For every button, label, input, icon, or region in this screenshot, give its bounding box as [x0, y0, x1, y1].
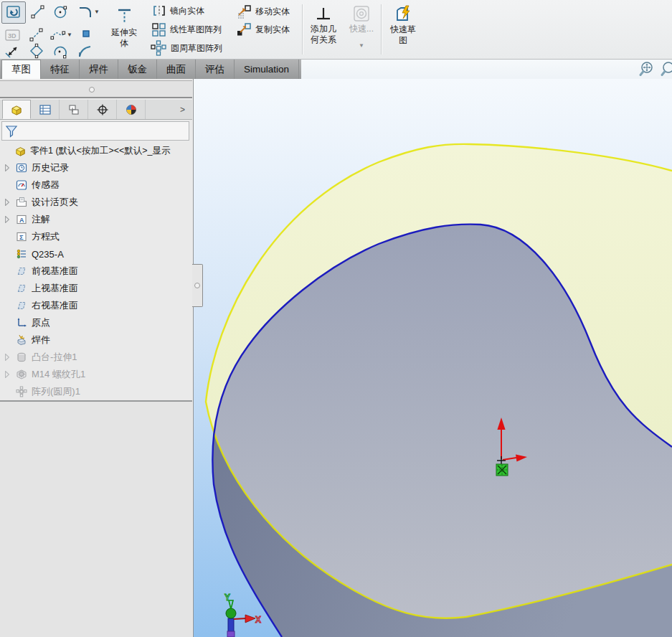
- polygon-tool-button[interactable]: [26, 42, 47, 60]
- tree-item-annotations[interactable]: A 注解: [0, 211, 192, 228]
- model-view: Y X: [194, 79, 672, 637]
- tab-features[interactable]: 特征: [41, 60, 80, 79]
- panel-top-splitter[interactable]: [0, 80, 192, 98]
- tab-evaluate[interactable]: 评估: [196, 60, 235, 79]
- boss-extrude-icon: [14, 351, 29, 363]
- svg-text:3D: 3D: [8, 32, 16, 39]
- tabbar-right-area: [301, 60, 672, 79]
- tree-item-sensors[interactable]: 传感器: [0, 176, 192, 194]
- trim-entities-button[interactable]: [2, 42, 24, 60]
- tree-item-circular-pattern[interactable]: 阵列(圆周)1: [0, 383, 192, 400]
- expand-arrow-icon[interactable]: [0, 371, 14, 378]
- tree-item-material[interactable]: Q235-A: [0, 245, 192, 263]
- panel-expand-chevron-icon[interactable]: >: [180, 105, 185, 115]
- copy-entities-label: 复制实体: [255, 24, 290, 36]
- extend-entities-label: 延伸实体: [108, 27, 140, 49]
- tab-dimxpert-manager[interactable]: [88, 100, 117, 119]
- mirror-entities-button[interactable]: 镜向实体: [152, 4, 204, 17]
- quick-snaps-icon: [351, 5, 372, 24]
- tree-root-item[interactable]: 零件1 (默认<按加工><<默认>_显示: [0, 142, 192, 159]
- 3d-sketch-icon: 3D: [4, 28, 22, 42]
- tree-item-weldment[interactable]: 焊件: [0, 331, 192, 349]
- tab-simulation[interactable]: Simulation: [235, 60, 299, 79]
- add-relation-label: 添加几何关系: [308, 24, 339, 45]
- tab-sketch[interactable]: 草图: [1, 60, 41, 79]
- expand-arrow-icon[interactable]: [0, 164, 14, 171]
- tab-feature-manager[interactable]: [2, 100, 31, 119]
- polygon-icon: [28, 43, 45, 59]
- selected-origin-point[interactable]: [496, 464, 508, 476]
- circular-sketch-pattern-icon: [150, 40, 167, 56]
- tree-item-right-plane[interactable]: 右视基准面: [0, 297, 192, 314]
- quick-snaps-button[interactable]: 快速... ▼: [344, 2, 379, 57]
- dimxpert-icon: [96, 104, 109, 115]
- expand-arrow-icon[interactable]: [0, 216, 14, 223]
- tab-configuration-manager[interactable]: [60, 100, 88, 119]
- fillet-tool-button[interactable]: [75, 42, 96, 60]
- solidworks-window: ▼ 3D ▼: [0, 0, 672, 637]
- equations-icon: Σ: [14, 231, 29, 242]
- annotations-icon: A: [14, 214, 29, 225]
- tab-display-manager[interactable]: [117, 100, 146, 119]
- property-manager-icon: [39, 104, 52, 115]
- copy-entities-icon: [236, 22, 252, 37]
- graphics-viewport[interactable]: Y X: [194, 79, 672, 637]
- extend-entities-icon: [113, 6, 135, 27]
- circular-sketch-pattern-button[interactable]: 圆周草图阵列: [150, 40, 222, 56]
- linear-sketch-pattern-button[interactable]: 线性草图阵列: [151, 22, 222, 37]
- corner-rectangle-tool-button[interactable]: ▼: [75, 3, 102, 22]
- fillet-icon: [77, 43, 94, 59]
- panel-empty-area: [0, 400, 192, 637]
- sensors-icon: [14, 179, 29, 191]
- tab-property-manager[interactable]: [31, 100, 60, 119]
- tree-item-thread-hole[interactable]: M14 螺纹孔1: [0, 366, 192, 383]
- tab-surfaces[interactable]: 曲面: [157, 60, 196, 79]
- expand-arrow-icon[interactable]: [0, 199, 14, 206]
- tree-item-history[interactable]: 历史记录: [0, 159, 192, 176]
- tree-item-boss-extrude[interactable]: 凸台-拉伸1: [0, 349, 192, 366]
- part-icon: [14, 146, 27, 156]
- tree-item-equations[interactable]: Σ 方程式: [0, 228, 192, 245]
- corner-arc-icon: [77, 4, 94, 20]
- centerpoint-arc-tool-button[interactable]: [49, 42, 70, 60]
- sketch-exit-button[interactable]: [1, 1, 26, 24]
- zoom-to-area-icon[interactable]: [662, 62, 672, 75]
- origin-icon: [14, 317, 29, 329]
- centerline-icon: [28, 27, 45, 43]
- copy-entities-button[interactable]: 复制实体: [236, 22, 290, 37]
- tree-item-origin[interactable]: 原点: [0, 314, 192, 331]
- extend-entities-button[interactable]: 延伸实体: [106, 2, 142, 57]
- tree-filter-input[interactable]: [1, 121, 189, 141]
- point-tool-button[interactable]: [79, 27, 93, 40]
- plane-icon: [14, 300, 29, 311]
- add-relation-button[interactable]: 添加几何关系: [305, 2, 342, 57]
- zoom-to-fit-icon[interactable]: [640, 62, 652, 75]
- svg-text:A: A: [19, 217, 24, 224]
- tab-sheet-metal[interactable]: 钣金: [118, 60, 157, 79]
- quick-snaps-caret-icon[interactable]: ▼: [359, 43, 364, 49]
- tree-item-top-plane[interactable]: 上视基准面: [0, 280, 192, 297]
- tab-weldments[interactable]: 焊件: [80, 60, 118, 79]
- linear-sketch-pattern-label: 线性草图阵列: [170, 24, 222, 36]
- circle-tool-button[interactable]: [50, 3, 72, 22]
- command-manager-toolbar: ▼ 3D ▼: [0, 0, 672, 60]
- move-entities-label: 移动实体: [255, 6, 290, 18]
- panel-splitter-handle[interactable]: [192, 264, 203, 307]
- splitter-grip-icon[interactable]: [89, 87, 95, 93]
- plane-icon: [14, 265, 29, 277]
- line-tool-button[interactable]: [27, 3, 49, 22]
- feature-manager-panel: > 零件1 (默认<按加工><<默认>_显示 历史记录: [0, 79, 194, 637]
- tree-item-design-binder[interactable]: 设计活页夹: [0, 194, 192, 211]
- line-icon: [29, 4, 47, 20]
- point-icon: [81, 29, 91, 39]
- move-entities-button[interactable]: 移动实体: [236, 4, 290, 19]
- dropdown-caret-icon[interactable]: ▼: [94, 9, 100, 15]
- display-manager-icon: [125, 104, 138, 115]
- panel-tab-strip: >: [0, 100, 192, 120]
- rapid-sketch-button[interactable]: 快速草图: [384, 2, 422, 57]
- circular-pattern-icon: [14, 386, 29, 397]
- expand-arrow-icon[interactable]: [0, 354, 14, 361]
- mirror-entities-label: 镜向实体: [170, 5, 204, 17]
- dropdown-caret-icon[interactable]: ▼: [67, 32, 72, 38]
- tree-item-front-plane[interactable]: 前视基准面: [0, 263, 192, 280]
